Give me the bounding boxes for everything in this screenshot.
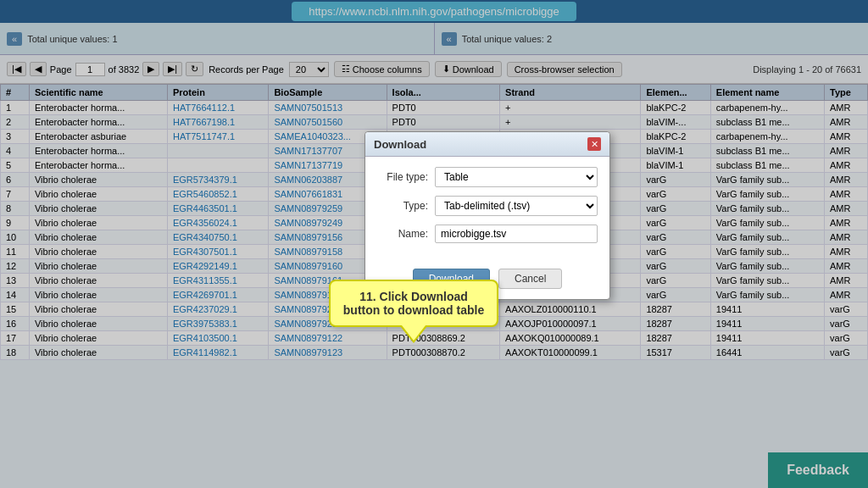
callout-tooltip: 11. Click Download button to download ta… <box>329 280 498 327</box>
download-dialog: Download ✕ File type: Table Type: Tab-de… <box>364 131 610 300</box>
dialog-title: Download <box>374 138 426 151</box>
name-input[interactable] <box>435 225 598 243</box>
type-select[interactable]: Tab-delimited (.tsv) <box>435 196 598 216</box>
file-type-row: File type: Table <box>377 167 598 187</box>
name-row: Name: <box>377 225 598 243</box>
dialog-body: File type: Table Type: Tab-delimited (.t… <box>365 157 609 262</box>
dialog-close-btn[interactable]: ✕ <box>587 137 601 151</box>
callout-text: 11. Click Download button to download ta… <box>343 290 484 317</box>
file-type-select[interactable]: Table <box>435 167 598 187</box>
name-label: Name: <box>377 228 428 240</box>
file-type-label: File type: <box>377 171 428 183</box>
type-row: Type: Tab-delimited (.tsv) <box>377 196 598 216</box>
dialog-header: Download ✕ <box>365 132 609 157</box>
dialog-cancel-btn[interactable]: Cancel <box>498 269 562 289</box>
type-label: Type: <box>377 200 428 212</box>
